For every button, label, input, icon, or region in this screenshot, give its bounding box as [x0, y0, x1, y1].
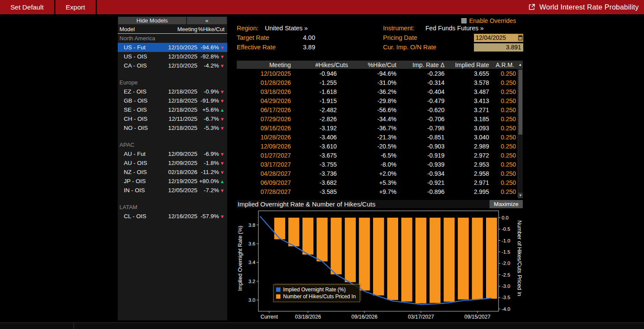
svg-text:03/18/2026: 03/18/2026: [295, 314, 321, 320]
meeting-row[interactable]: 06/09/2027-3.682+5.3%-0.9212.9710.250: [237, 178, 523, 187]
scrollbar-thumb[interactable]: [518, 70, 522, 135]
meetings-table-body: 12/10/2025-0.946-94.6%-0.2363.6550.25001…: [237, 69, 523, 198]
collapse-panel-button[interactable]: «: [187, 17, 227, 24]
meeting-row[interactable]: 04/28/2027-3.736+2.0%-0.9342.9580.250: [237, 169, 523, 178]
svg-text:3.0: 3.0: [248, 297, 255, 303]
meeting-row[interactable]: 07/29/2026-2.826-34.4%-0.7063.1850.250: [237, 114, 523, 123]
svg-text:-0.5: -0.5: [502, 226, 510, 232]
calendar-icon[interactable]: [518, 34, 523, 42]
region-label: Region:: [237, 25, 258, 32]
model-row[interactable]: JP - OIS12/19/2025+80.0%▲: [118, 177, 227, 186]
model-group: EuropeEZ - OIS12/18/2025-0.9%▼GB - OIS12…: [118, 79, 227, 132]
open-external-icon[interactable]: [528, 3, 535, 11]
svg-text:-3.0: -3.0: [502, 284, 510, 289]
region-value[interactable]: United States »: [265, 25, 308, 32]
meeting-row[interactable]: 03/18/2026-1.618-36.2%-0.4043.4870.250: [237, 87, 523, 96]
chart-titlebar: Implied Overnight Rate & Number of Hikes…: [237, 200, 523, 208]
wirp-screen: Set Default Export World Interest Rate P…: [0, 0, 644, 329]
column-model: Model: [119, 26, 159, 32]
meeting-row[interactable]: 12/09/2026-3.610-20.5%-0.9032.9890.250: [237, 142, 523, 151]
svg-text:-1.0: -1.0: [502, 238, 510, 243]
pricing-date-input[interactable]: 12/04/2025: [474, 34, 518, 42]
left-axis-title: Implied Overnight Rate (%): [237, 208, 244, 308]
model-row[interactable]: AU - OIS12/09/2025-1.8%▼: [118, 158, 227, 168]
svg-text:3.8: 3.8: [248, 223, 255, 228]
effective-rate-value: 3.89: [303, 44, 315, 51]
meetings-table: Meeting #Hikes/Cuts %Hike/Cut Imp. Rate …: [237, 61, 523, 198]
svg-text:-1.5: -1.5: [502, 249, 510, 255]
model-row[interactable]: EZ - OIS12/18/2025-0.9%▼: [118, 87, 227, 96]
meeting-row[interactable]: 12/10/2025-0.946-94.6%-0.2363.6550.250: [237, 69, 523, 78]
chart-title: Implied Overnight Rate & Number of Hikes…: [237, 200, 489, 208]
meeting-row[interactable]: 09/15/2027-3.581+0.4%-0.8953.0060.250: [237, 196, 523, 198]
model-row[interactable]: CL - OIS12/16/2025-57.9%▼: [118, 212, 227, 221]
enable-overrides-checkbox[interactable]: [461, 18, 467, 23]
models-panel: Hide Models « Model Meeting %Hike/Cut No…: [118, 16, 227, 320]
svg-text:-3.5: -3.5: [502, 295, 510, 300]
column-meeting: Meeting: [159, 26, 197, 32]
meeting-row[interactable]: 04/29/2026-1.915-29.8%-0.4793.4130.250: [237, 96, 523, 105]
model-group: LATAMCL - OIS12/16/2025-57.9%▼: [118, 204, 227, 221]
svg-text:-2.0: -2.0: [502, 261, 510, 266]
meeting-row[interactable]: 03/17/2027-3.755-8.0%-0.9392.9530.250: [237, 160, 523, 169]
meeting-row[interactable]: 09/16/2026-3.192-36.7%-0.7983.0930.250: [237, 123, 523, 132]
svg-text:3.6: 3.6: [248, 241, 255, 246]
line-swatch-icon: [276, 287, 280, 292]
model-group: APACAU - Fut12/09/2025-6.9%▼AU - OIS12/0…: [118, 142, 227, 195]
legend-label: Number of Hikes/Cuts Priced In: [283, 293, 356, 300]
svg-text:03/17/2027: 03/17/2027: [408, 314, 434, 320]
hikes-cuts-chart: 3.03.23.43.63.80.0-0.5-1.0-1.5-2.0-2.5-3…: [237, 208, 523, 320]
column-hike-cut-pct[interactable]: %Hike/Cut: [351, 61, 400, 68]
meeting-row[interactable]: 01/28/2026-1.255-31.0%-0.3143.5780.250: [237, 78, 523, 87]
legend-item-hikes-cuts: Number of Hikes/Cuts Priced In: [276, 293, 356, 300]
enable-overrides-label[interactable]: Enable Overrides: [469, 17, 516, 24]
enable-overrides[interactable]: Enable Overrides: [461, 17, 516, 24]
meeting-row[interactable]: 01/27/2027-3.675-6.5%-0.9192.9720.250: [237, 151, 523, 160]
models-table-header: Model Meeting %Hike/Cut: [118, 26, 227, 34]
table-scrollbar[interactable]: ▼: [518, 69, 523, 198]
hide-models-button[interactable]: Hide Models: [118, 17, 186, 24]
model-row[interactable]: IN - OIS12/05/2025-7.2%▼: [118, 186, 227, 195]
model-row[interactable]: GB - OIS12/18/2025-91.9%▼: [118, 96, 227, 105]
svg-text:3.4: 3.4: [248, 260, 256, 265]
bottom-strip: [0, 323, 644, 329]
effective-rate-label: Effective Rate: [237, 44, 276, 51]
group-label: North America: [118, 35, 227, 43]
legend-item-implied-rate: Implied Overnight Rate (%): [276, 286, 356, 293]
model-row[interactable]: US - OIS12/10/2025-92.8%▼: [118, 52, 227, 61]
column-implied-rate[interactable]: Implied Rate: [448, 61, 493, 68]
svg-text:3.2: 3.2: [248, 279, 255, 284]
meeting-row[interactable]: 10/28/2026-3.406-21.3%-0.8513.0400.250: [237, 132, 523, 142]
column-hikecut: %Hike/Cut: [197, 26, 225, 32]
model-group: North AmericaUS - Fut12/10/2025-94.6%▼US…: [118, 35, 227, 70]
column-arm[interactable]: A.R.M.: [493, 61, 518, 68]
set-default-button[interactable]: Set Default: [0, 0, 54, 14]
bar-swatch-icon: [276, 294, 280, 299]
meeting-row[interactable]: 07/28/2027-3.585+9.7%-0.8962.9950.250: [237, 187, 523, 196]
models-list: North AmericaUS - Fut12/10/2025-94.6%▼US…: [118, 35, 227, 221]
column-hikes-cuts[interactable]: #Hikes/Cuts: [294, 61, 351, 68]
scroll-down-icon[interactable]: ▼: [518, 193, 523, 198]
cur-imp-on-rate-label: Cur. Imp. O/N Rate: [383, 44, 436, 51]
model-row[interactable]: SE - OIS12/18/2025+5.6%▲: [118, 105, 227, 114]
group-label: LATAM: [118, 204, 227, 212]
instrument-value[interactable]: Fed Funds Futures »: [425, 25, 484, 32]
svg-text:0.0: 0.0: [502, 215, 509, 220]
column-meeting[interactable]: Meeting: [237, 61, 294, 68]
target-rate-value: 4.00: [303, 34, 315, 41]
model-row[interactable]: NO - OIS12/18/2025-5.3%▼: [118, 123, 227, 132]
export-button[interactable]: Export: [55, 0, 96, 14]
model-row[interactable]: CA - OIS12/10/2025-4.2%▼: [118, 61, 227, 70]
column-imp-rate-delta[interactable]: Imp. Rate Δ: [400, 61, 448, 68]
group-label: APAC: [118, 142, 227, 149]
model-row[interactable]: CH - OIS12/11/2025-6.7%▼: [118, 114, 227, 123]
sort-arrow-icon[interactable]: ▲: [518, 63, 523, 67]
model-row[interactable]: US - Fut12/10/2025-94.6%▼: [118, 43, 227, 52]
right-axis-title: Number of Hikes/Cuts Priced In: [516, 208, 523, 308]
model-row[interactable]: AU - Fut12/09/2025-6.9%▼: [118, 149, 227, 158]
model-row[interactable]: NZ - OIS02/18/2026-11.2%▼: [118, 168, 227, 177]
meeting-row[interactable]: 06/17/2026-2.482-56.6%-0.6203.2710.250: [237, 105, 523, 114]
maximize-button[interactable]: Maximize: [489, 200, 523, 208]
group-label: Europe: [118, 79, 227, 87]
svg-text:-4.0: -4.0: [502, 306, 510, 312]
